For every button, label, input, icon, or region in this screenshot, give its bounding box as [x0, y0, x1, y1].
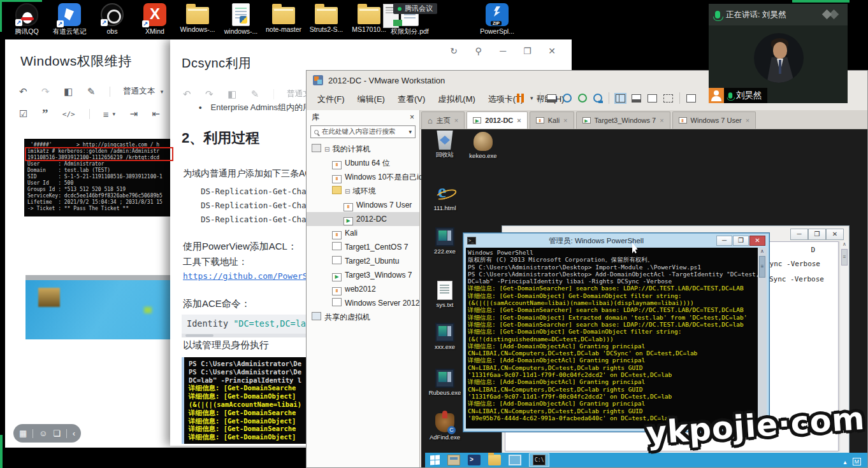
meeting-chip[interactable]: 腾讯会议: [393, 3, 437, 14]
suspend-vm-icon[interactable]: [517, 94, 524, 103]
show-library-icon[interactable]: [616, 94, 625, 103]
library-search-box[interactable]: 在此处键入内容进行搜索 ▾: [310, 125, 416, 138]
vm-icon-xxx-exe[interactable]: xxx.exe: [426, 323, 463, 350]
vm-icon-sys-txt[interactable]: sys.txt: [426, 281, 463, 308]
chevron-down-icon[interactable]: ▾: [161, 89, 164, 95]
checklist-icon[interactable]: ☑: [19, 108, 27, 120]
unity-mode-icon[interactable]: [663, 94, 673, 103]
scrollbar-thumb[interactable]: ≡: [759, 256, 765, 278]
vm-icon-rubeus[interactable]: Rubeus.exe: [426, 369, 463, 396]
indent-increase-icon[interactable]: ⇥: [129, 108, 138, 120]
doc2-heading: 2、利用过程: [182, 129, 259, 148]
tab-home[interactable]: ⌂主页×: [421, 111, 465, 129]
vm-icon-222-exe[interactable]: 222.exe: [426, 227, 463, 255]
send-ctrl-alt-del-icon[interactable]: [547, 94, 556, 103]
system-tray[interactable]: ▴ M: [843, 458, 861, 465]
desktop-icon-powersploit[interactable]: PowerSpl...: [477, 3, 517, 35]
desktop-icon-struts2[interactable]: Struts2-S...: [306, 3, 347, 33]
blockquote-icon[interactable]: ”: [42, 107, 48, 121]
minimize-button[interactable]: ─: [790, 229, 808, 240]
maximize-button[interactable]: ❐: [733, 236, 749, 246]
tab-close-icon[interactable]: ×: [563, 117, 567, 124]
desktop-icon-youdao[interactable]: ↗有道云笔记: [49, 3, 90, 36]
tab-2012-dc[interactable]: ▶2012-DC×: [467, 111, 527, 129]
vm-icon-111-html[interactable]: 111.html: [426, 184, 463, 211]
code-scrollbar[interactable]: [182, 334, 309, 337]
tab-close-icon[interactable]: ×: [660, 117, 663, 124]
text-style-select[interactable]: 普通文本: [123, 86, 155, 97]
eraser-icon[interactable]: ◧: [64, 86, 73, 97]
close-button[interactable]: ✕: [541, 46, 563, 56]
vm-icon-recycle-bin[interactable]: 回收站: [426, 131, 463, 159]
undo-icon[interactable]: ↶: [183, 89, 191, 100]
console-view-icon[interactable]: [632, 94, 641, 103]
powershell-window[interactable]: >_ 管理员: Windows PowerShell ─❐✕ Windows P…: [463, 232, 770, 432]
video-call-overlay[interactable]: 正在讲话: 刘昊然 刘昊然: [709, 4, 848, 103]
eraser-icon[interactable]: ◧: [228, 89, 236, 100]
doc2-acl-list: DS-Replication-Get-ChangDS-Replication-G…: [201, 185, 316, 227]
vm-icon-adfind[interactable]: AdFind.exe: [426, 413, 463, 441]
desktop-icon-windows-folder[interactable]: Windows-...: [177, 3, 218, 33]
refresh-icon[interactable]: ↻: [443, 46, 465, 56]
code-block-icon[interactable]: </>: [62, 110, 75, 118]
meeting-live-dot: [398, 7, 401, 11]
doc2-para5: 以域管理员身份执行: [183, 339, 269, 351]
xmind-icon: X↗: [143, 3, 166, 26]
maximize-button[interactable]: ❐: [517, 46, 539, 56]
align-icon[interactable]: ≡: [103, 109, 109, 120]
doc2-code-block[interactable]: Identity "DC=test,DC=lab" -Pr: [182, 315, 309, 334]
indent-decrease-icon[interactable]: ⇤: [152, 108, 160, 120]
window-app-icon[interactable]: [509, 455, 521, 465]
redo-icon[interactable]: ↷: [205, 89, 213, 100]
tab-kali[interactable]: ‖Kali×: [530, 111, 574, 129]
powershell-taskbar-icon[interactable]: >: [468, 455, 481, 465]
server-manager-icon[interactable]: [447, 455, 460, 465]
tab-target3-windows7[interactable]: ▶Target3_Windows 7×: [576, 111, 670, 129]
scrollbar-thumb[interactable]: ≡: [841, 249, 848, 266]
blocks-icon[interactable]: ▦: [19, 429, 27, 438]
comment-icon[interactable]: ❏: [53, 429, 61, 438]
minimize-button[interactable]: ─: [716, 236, 732, 246]
desktop-icon-note-master[interactable]: note-master: [263, 3, 304, 33]
redo-icon[interactable]: ↷: [41, 86, 50, 97]
powershell-scrollbar[interactable]: ∧ ≡ ∨: [758, 248, 767, 429]
desktop-icon-xmind[interactable]: X↗XMind: [134, 3, 175, 35]
close-button[interactable]: ✕: [749, 236, 765, 246]
stretch-guest-icon[interactable]: [686, 94, 696, 103]
vm-icon-kekeo[interactable]: kekeo.exe: [465, 132, 502, 159]
format-painter-icon[interactable]: ✎: [87, 86, 96, 97]
doc2-bullet-top: •Enterprise Admins组内的用: [199, 102, 311, 113]
revert-snapshot-icon[interactable]: [578, 94, 587, 103]
file-explorer-icon[interactable]: [488, 455, 501, 465]
desktop-icon-obs[interactable]: ↗obs: [92, 3, 133, 35]
desktop-icon-windows-file[interactable]: windows-...: [221, 3, 261, 35]
meeting-logo-icon: [822, 10, 841, 20]
powershell-titlebar[interactable]: >_ 管理员: Windows PowerShell ─❐✕: [465, 234, 768, 247]
vm-library-tree[interactable]: ⊟我的计算机Ubuntu 64 位Windows 10不是自己id⊟域环境Win…: [307, 142, 419, 324]
snapshot-manager-icon[interactable]: [593, 94, 602, 103]
chevron-down-icon[interactable]: ▾: [112, 111, 115, 117]
pin-icon[interactable]: ⚲: [468, 46, 489, 56]
emoji-icon[interactable]: ☺: [39, 429, 47, 438]
tab-windows7-user[interactable]: ‖Windows 7 User×: [672, 111, 756, 129]
console-icon: C:\: [533, 455, 546, 465]
tab-close-icon[interactable]: ×: [454, 117, 458, 124]
format-painter-icon[interactable]: ✎: [251, 89, 259, 100]
library-close-icon[interactable]: ×: [410, 113, 414, 122]
start-button[interactable]: [430, 455, 440, 465]
tray-up-icon[interactable]: ▴: [843, 458, 846, 465]
chevron-down-icon[interactable]: ▾: [530, 95, 533, 101]
undo-icon[interactable]: ↶: [19, 86, 27, 97]
tab-close-icon[interactable]: ×: [746, 117, 749, 124]
collapse-chevron-icon[interactable]: ‹: [73, 429, 75, 438]
maximize-button[interactable]: ❐: [808, 229, 826, 240]
desktop-icon-qq[interactable]: ↗腾讯QQ: [6, 3, 47, 36]
minimize-button[interactable]: ─: [492, 46, 514, 56]
vmware-tab-strip: ⌂主页× ▶2012-DC× ‖Kali× ▶Target3_Windows 7…: [420, 110, 867, 129]
take-snapshot-icon[interactable]: [563, 94, 572, 103]
tray-m-icon[interactable]: M: [853, 458, 862, 465]
fullscreen-icon[interactable]: [647, 94, 657, 103]
close-button[interactable]: ✕: [826, 229, 844, 240]
active-console-task[interactable]: C:\: [529, 453, 549, 467]
tab-close-icon[interactable]: ×: [517, 117, 521, 124]
